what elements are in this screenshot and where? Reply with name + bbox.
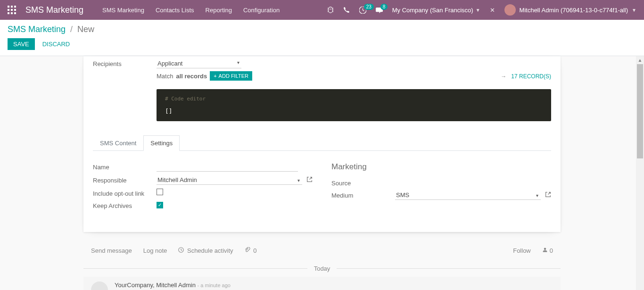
archives-label: Keep Archives: [93, 201, 157, 209]
message-author: YourCompany, Mitchell Admin: [115, 282, 196, 289]
source-label: Source: [331, 178, 395, 187]
svg-rect-1: [11, 6, 13, 8]
activities-icon[interactable]: 23: [359, 7, 366, 14]
attachments-button[interactable]: 0: [245, 247, 257, 254]
svg-rect-3: [8, 9, 9, 11]
day-separator: Today: [83, 265, 561, 272]
scrollbar-thumb[interactable]: [637, 64, 643, 158]
recipients-select[interactable]: Applicant: [157, 59, 241, 68]
avatar: [504, 4, 516, 16]
message-timestamp: - a minute ago: [198, 282, 231, 288]
message-avatar: [91, 282, 108, 290]
arrow-right-icon: →: [501, 73, 506, 80]
activities-badge: 23: [364, 4, 374, 10]
svg-rect-2: [14, 6, 16, 8]
log-note-button[interactable]: Log note: [143, 247, 167, 254]
nav-sms-marketing[interactable]: SMS Marketing: [102, 7, 144, 14]
add-filter-button[interactable]: + Add Filter: [210, 71, 252, 81]
opt-out-checkbox[interactable]: [157, 189, 163, 195]
save-button[interactable]: Save: [8, 38, 35, 50]
records-link[interactable]: → 17 Record(s): [501, 73, 551, 80]
content-area: Recipients Applicant Match all records +…: [0, 56, 644, 290]
domain-match: Match all records + Add Filter: [157, 71, 252, 81]
debug-icon[interactable]: [327, 7, 334, 13]
svg-rect-4: [11, 9, 13, 11]
discuss-icon[interactable]: 8: [376, 7, 383, 14]
phone-icon[interactable]: [343, 7, 350, 13]
tab-panel-settings: Name Responsible Mitchell Admin ▾: [93, 151, 551, 213]
scrollbar[interactable]: ▲ ▼: [636, 56, 644, 290]
close-icon[interactable]: ✕: [490, 7, 495, 14]
breadcrumb-root[interactable]: SMS Marketing: [8, 25, 66, 34]
app-brand: SMS Marketing: [25, 5, 83, 15]
apps-icon[interactable]: [8, 6, 16, 14]
systray: 23 8 My Company (San Francisco) ▼ ✕ Mitc…: [327, 4, 636, 16]
name-input[interactable]: [157, 162, 298, 172]
nav-contacts-lists[interactable]: Contacts Lists: [156, 7, 194, 14]
control-panel: SMS Marketing / New Save Discard: [0, 20, 644, 56]
user-name: Mitchell Admin (706941-13-0-c774f1-all): [520, 7, 628, 14]
archives-checkbox[interactable]: ✓: [157, 202, 163, 208]
code-body: []: [165, 108, 543, 115]
nav-configuration[interactable]: Configuration: [243, 7, 280, 14]
send-message-button[interactable]: Send message: [91, 247, 132, 254]
responsible-label: Responsible: [93, 175, 157, 184]
person-icon: [542, 247, 548, 254]
nav-menu: SMS Marketing Contacts Lists Reporting C…: [102, 7, 280, 14]
caret-down-icon: ▼: [632, 8, 636, 13]
tab-settings[interactable]: Settings: [143, 135, 180, 151]
discard-button[interactable]: Discard: [42, 41, 70, 48]
tab-sms-content[interactable]: SMS Content: [93, 135, 143, 150]
user-menu[interactable]: Mitchell Admin (706941-13-0-c774f1-all) …: [504, 4, 636, 16]
paperclip-icon: [245, 247, 252, 254]
discuss-badge: 8: [380, 4, 388, 10]
medium-input[interactable]: SMS: [395, 191, 541, 200]
caret-down-icon: ▼: [476, 8, 480, 13]
form-sheet: Recipients Applicant Match all records +…: [83, 56, 561, 232]
svg-rect-7: [11, 12, 13, 14]
svg-rect-6: [8, 12, 9, 14]
external-link-icon[interactable]: [306, 176, 313, 184]
marketing-section-title: Marketing: [331, 162, 551, 172]
medium-label: Medium: [331, 191, 395, 199]
schedule-activity-button[interactable]: Schedule activity: [178, 247, 233, 254]
breadcrumb: SMS Marketing / New: [8, 25, 636, 34]
company-switcher[interactable]: My Company (San Francisco) ▼: [392, 7, 480, 14]
tab-bar: SMS Content Settings: [93, 135, 551, 151]
company-name: My Company (San Francisco): [392, 7, 473, 14]
follow-button[interactable]: Follow: [513, 247, 531, 254]
recipients-label: Recipients: [93, 59, 157, 67]
chatter-message: YourCompany, Mitchell Admin - a minute a…: [83, 277, 561, 290]
plus-icon: +: [214, 73, 216, 79]
svg-rect-5: [14, 9, 16, 11]
scroll-up-arrow[interactable]: ▲: [636, 56, 644, 64]
svg-rect-0: [8, 6, 9, 8]
chatter-toolbar: Send message Log note Schedule activity …: [83, 241, 561, 260]
top-navbar: SMS Marketing SMS Marketing Contacts Lis…: [0, 0, 644, 20]
followers-button[interactable]: 0: [542, 247, 553, 254]
responsible-input[interactable]: Mitchell Admin: [157, 175, 302, 185]
nav-reporting[interactable]: Reporting: [206, 7, 232, 14]
svg-rect-8: [14, 12, 16, 14]
name-label: Name: [93, 162, 157, 171]
external-link-icon[interactable]: [545, 191, 551, 199]
clock-icon: [178, 247, 186, 254]
breadcrumb-current: New: [77, 25, 94, 34]
chatter: Send message Log note Schedule activity …: [83, 241, 561, 290]
code-editor[interactable]: # Code editor []: [157, 89, 551, 121]
opt-out-label: Include opt-out link: [93, 189, 157, 197]
code-comment: # Code editor: [165, 96, 543, 102]
